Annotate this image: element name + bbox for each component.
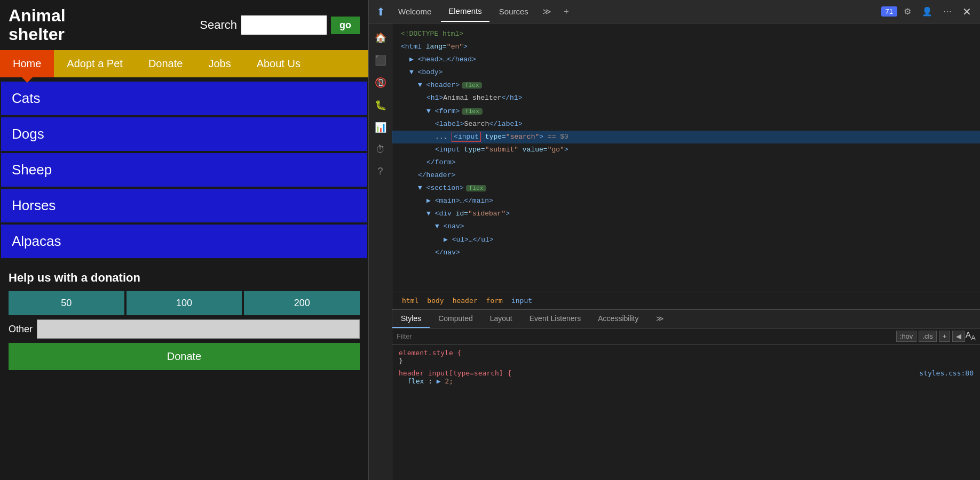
el-div-sidebar[interactable]: ▼ <div id="sidebar"> (392, 207, 980, 220)
style-rule-element: element.style { } (399, 349, 974, 365)
add-style-button[interactable]: + (939, 331, 951, 342)
style-selector-2: header input[type=search] { (399, 369, 511, 377)
breadcrumb-bar: html body header form input (392, 292, 980, 309)
amount-50-button[interactable]: 50 (9, 291, 124, 315)
dt-content: <!DOCTYPE html> <html lang="en"> ▶ <head… (392, 23, 980, 480)
donate-button[interactable]: Donate (9, 343, 360, 370)
inspect-sidebar-icon[interactable]: ⬛ (369, 50, 392, 70)
el-header-close: </header> (392, 169, 980, 182)
search-input[interactable] (241, 15, 327, 35)
device-sidebar-icon[interactable]: 📵 (369, 73, 392, 93)
el-form-close: </form> (392, 156, 980, 169)
site-nav: Home Adopt a Pet Donate Jobs About Us (0, 50, 368, 77)
style-close-brace: } (399, 357, 403, 365)
bug-sidebar-icon[interactable]: 🐛 (369, 95, 392, 115)
el-html[interactable]: <html lang="en"> (392, 41, 980, 53)
el-nav-close: </nav> (392, 246, 980, 259)
el-h1[interactable]: <h1>Animal shelter</h1> (392, 92, 980, 105)
add-tab-icon[interactable]: ＋ (558, 4, 575, 19)
el-input-selected[interactable]: ... <input type="search"> == $0 (392, 131, 980, 143)
styles-panel: Styles Computed Layout Event Listeners A… (392, 309, 980, 480)
style-rule-header-input: header input[type=search] { styles.css:8… (399, 369, 974, 385)
search-label: Search (200, 18, 237, 32)
other-label: Other (9, 324, 33, 335)
tab-welcome[interactable]: Welcome (391, 2, 439, 21)
nav-item-jobs[interactable]: Jobs (195, 50, 243, 77)
other-amount-input[interactable] (37, 319, 360, 339)
el-main[interactable]: ▶ <main>…</main> (392, 195, 980, 207)
el-head[interactable]: ▶ <head>…</head> (392, 53, 980, 66)
help-sidebar-icon[interactable]: ? (369, 162, 392, 181)
dt-main: 🏠 ⬛ 📵 🐛 📊 ⏱ ? <!DOCTYPE html> <html lang… (369, 23, 980, 480)
site-title: Animal shelter (9, 6, 66, 44)
styles-tabs: Styles Computed Layout Event Listeners A… (392, 310, 980, 329)
list-item[interactable]: Alpacas (1, 225, 367, 258)
devtools-toolbar: ⬆ Welcome Elements Sources ≫ ＋ 71 ⚙ 👤 ⋯ … (369, 0, 980, 23)
more-options-icon[interactable]: ⋯ (939, 4, 956, 19)
tab-styles[interactable]: Styles (392, 310, 430, 328)
list-item[interactable]: Cats (1, 82, 367, 115)
el-body[interactable]: ▼ <body> (392, 66, 980, 79)
responsive-sidebar-icon[interactable]: 📊 (369, 117, 392, 138)
donation-amounts: 50 100 200 (9, 291, 360, 315)
home-sidebar-icon[interactable]: 🏠 (369, 28, 392, 48)
animal-list: Cats Dogs Sheep Horses Alpacas (0, 77, 368, 262)
style-prop: flex (407, 377, 424, 385)
tab-elements[interactable]: Elements (441, 1, 489, 22)
search-form: Search (200, 15, 360, 35)
donation-section: Help us with a donation 50 100 200 Other… (0, 262, 368, 379)
list-item[interactable]: Horses (1, 189, 367, 222)
bc-body[interactable]: body (424, 295, 447, 306)
nav-item-adopt[interactable]: Adopt a Pet (54, 50, 136, 77)
tab-more[interactable]: ≫ (647, 310, 673, 328)
timer-sidebar-icon[interactable]: ⏱ (369, 140, 392, 159)
hov-button[interactable]: :hov (896, 331, 917, 342)
devtools-panel: ⬆ Welcome Elements Sources ≫ ＋ 71 ⚙ 👤 ⋯ … (368, 0, 980, 480)
styles-content: element.style { } header input[type=sear… (392, 345, 980, 480)
dt-sidebar: 🏠 ⬛ 📵 🐛 📊 ⏱ ? (369, 23, 392, 480)
donation-title: Help us with a donation (9, 271, 360, 285)
el-doctype: <!DOCTYPE html> (392, 28, 980, 41)
el-input-submit[interactable]: <input type="submit" value="go"> (392, 143, 980, 156)
website-panel: Animal shelter Search Home Adopt a Pet D… (0, 0, 368, 480)
el-form[interactable]: ▼ <form>flex (392, 105, 980, 118)
toggle-sidebar-button[interactable]: ◀ (952, 331, 965, 342)
el-section[interactable]: ▼ <section>flex (392, 182, 980, 195)
close-button[interactable]: ✕ (958, 3, 976, 20)
style-selector: element.style { (399, 349, 461, 357)
style-value: 2; (445, 377, 453, 385)
tab-layout[interactable]: Layout (481, 310, 521, 328)
nav-item-about[interactable]: About Us (244, 50, 313, 77)
user-icon[interactable]: 👤 (918, 4, 937, 19)
amount-100-button[interactable]: 100 (127, 291, 242, 315)
filter-input[interactable] (397, 332, 894, 340)
bc-form[interactable]: form (483, 295, 506, 306)
tab-accessibility[interactable]: Accessibility (589, 310, 647, 328)
cursor-tool-icon[interactable]: ⬆ (373, 3, 389, 20)
style-link[interactable]: styles.css:80 (919, 369, 974, 377)
list-item[interactable]: Dogs (1, 117, 367, 151)
el-nav[interactable]: ▼ <nav> (392, 220, 980, 233)
bc-html[interactable]: html (399, 295, 422, 306)
tab-computed[interactable]: Computed (430, 310, 481, 328)
amount-200-button[interactable]: 200 (244, 291, 360, 315)
elements-panel[interactable]: <!DOCTYPE html> <html lang="en"> ▶ <head… (392, 23, 980, 292)
el-ul[interactable]: ▶ <ul>…</ul> (392, 234, 980, 246)
bc-input[interactable]: input (508, 295, 535, 306)
tab-sources[interactable]: Sources (492, 2, 536, 21)
other-row: Other (9, 319, 360, 339)
search-submit-button[interactable] (331, 17, 360, 34)
more-tabs-icon[interactable]: ≫ (538, 4, 556, 19)
el-label[interactable]: <label>Search</label> (392, 118, 980, 131)
el-header[interactable]: ▼ <header>flex (392, 79, 980, 92)
flex-expand-icon[interactable]: ▶ (437, 377, 441, 385)
nav-item-donate[interactable]: Donate (136, 50, 196, 77)
tab-event-listeners[interactable]: Event Listeners (521, 310, 590, 328)
settings-icon[interactable]: ⚙ (899, 4, 915, 19)
cls-button[interactable]: .cls (919, 331, 937, 342)
list-item[interactable]: Sheep (1, 153, 367, 187)
bc-header[interactable]: header (449, 295, 481, 306)
styles-toolbar: :hov .cls + ◀ AA (392, 329, 980, 345)
nav-item-home[interactable]: Home (0, 50, 54, 77)
font-size-indicator: AA (965, 331, 976, 342)
